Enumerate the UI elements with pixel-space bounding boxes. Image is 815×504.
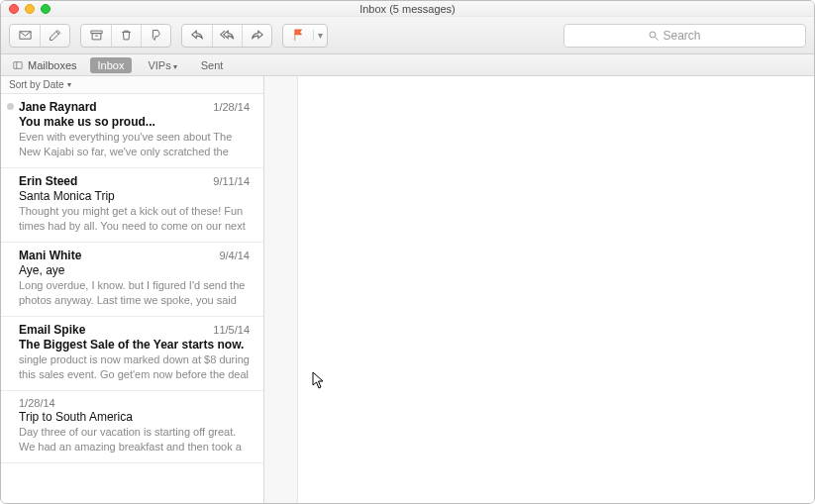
flag-button[interactable] [283,28,313,43]
titlebar: Inbox (5 messages) [1,1,814,17]
message-from: Email Spike [19,323,85,337]
message-preview: Long overdue, I know. but I figured I'd … [19,278,250,308]
message-item[interactable]: Email Spike11/5/14The Biggest Sale of th… [1,317,263,391]
archive-icon [89,28,104,43]
message-subject: Aye, aye [19,263,250,277]
message-list-pane: Sort by Date ▾ Jane Raynard1/28/14You ma… [1,76,264,503]
thumbs-down-icon [149,28,163,43]
mail-window: Inbox (5 messages) [0,0,815,504]
message-subject: You make us so proud... [19,115,250,129]
message-date: 9/11/14 [213,175,250,187]
thread-gutter [264,76,298,503]
preview-pane [298,76,814,503]
flag-group: ▾ [282,24,328,48]
message-preview: single product is now marked down at $8 … [19,353,250,382]
mailboxes-label: Mailboxes [28,59,77,71]
compose-button[interactable] [40,25,69,47]
svg-point-0 [650,32,656,38]
message-list[interactable]: Jane Raynard1/28/14You make us so proud.… [1,94,263,503]
message-from: Jane Raynard [19,100,97,114]
cursor-icon [312,371,326,393]
sort-bar[interactable]: Sort by Date ▾ [1,76,263,94]
archive-button[interactable] [81,25,111,47]
message-from: Mani White [19,249,81,262]
window-title: Inbox (5 messages) [359,3,456,15]
get-mail-button[interactable] [10,25,40,47]
body: Sort by Date ▾ Jane Raynard1/28/14You ma… [1,76,814,503]
toolbar: ▾ [1,17,814,54]
reply-all-button[interactable] [212,25,242,47]
message-preview: Thought you might get a kick out of thes… [19,204,250,234]
search-icon [648,30,660,42]
message-date: 11/5/14 [213,324,250,336]
message-item[interactable]: Jane Raynard1/28/14You make us so proud.… [1,94,263,168]
zoom-window-button[interactable] [41,4,51,14]
message-preview: Day three of our vacation is starting of… [19,425,250,454]
archive-delete-junk-group [80,24,171,48]
message-subject: The Biggest Sale of the Year starts now. [19,338,250,352]
envelope-icon [18,28,33,43]
message-item[interactable]: Erin Steed9/11/14Santa Monica TripThough… [1,168,263,243]
compose-icon [48,28,62,43]
message-item[interactable]: 1/28/14Trip to South AmericaDay three of… [1,391,263,463]
window-controls [9,4,51,14]
search-field[interactable] [563,24,806,48]
message-subject: Santa Monica Trip [19,189,250,203]
flag-menu-button[interactable]: ▾ [313,30,327,41]
unread-dot-icon [7,103,14,110]
message-date: 1/28/14 [213,101,250,113]
message-preview: Even with everything you've seen about T… [19,130,250,159]
message-item[interactable]: Mani White9/4/14Aye, ayeLong overdue, I … [1,243,263,317]
trash-icon [119,28,134,43]
close-window-button[interactable] [9,4,19,14]
message-date: 9/4/14 [219,250,250,261]
minimize-window-button[interactable] [25,4,35,14]
mailboxes-toggle[interactable]: Mailboxes [7,56,82,74]
reply-all-icon [220,28,235,43]
delete-button[interactable] [111,25,141,47]
flag-icon [291,28,306,43]
junk-button[interactable] [141,25,170,47]
search-input[interactable] [663,29,723,43]
tab-inbox[interactable]: Inbox [90,57,133,73]
svg-rect-2 [14,61,22,68]
forward-button[interactable] [242,25,271,47]
reply-button[interactable] [182,25,212,47]
sort-label: Sort by Date [9,79,64,90]
message-subject: Trip to South America [19,410,250,424]
forward-icon [250,28,264,43]
reply-forward-group [181,24,272,48]
message-from: Erin Steed [19,174,77,188]
reply-icon [190,28,205,43]
message-date: 1/28/14 [19,397,55,409]
chevron-down-icon: ▾ [173,62,177,71]
tab-sent[interactable]: Sent [193,57,232,73]
sidebar-icon [12,60,24,70]
chevron-down-icon: ▾ [67,80,71,89]
svg-line-1 [655,37,658,40]
favorites-bar: Mailboxes Inbox VIPs▾ Sent [1,54,814,76]
get-compose-group [9,24,70,48]
tab-vips[interactable]: VIPs▾ [140,57,184,73]
